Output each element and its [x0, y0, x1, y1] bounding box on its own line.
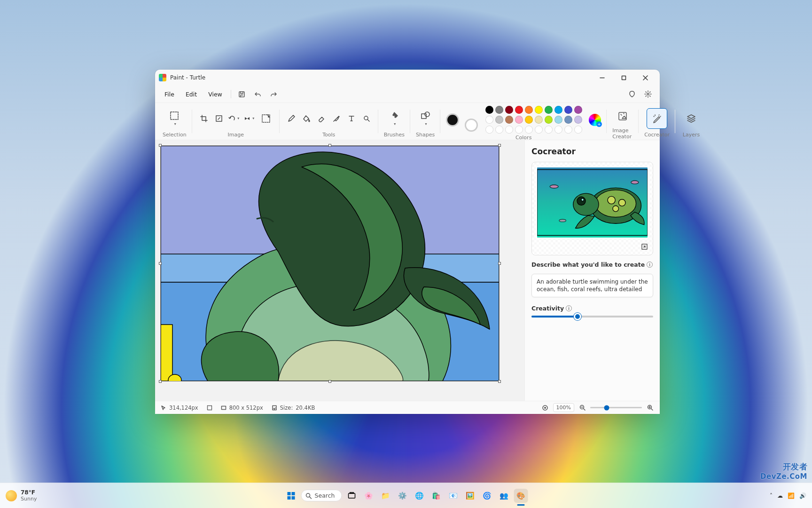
color-swatch[interactable] — [554, 116, 562, 124]
color-swatch[interactable] — [535, 106, 543, 114]
info-icon[interactable]: i — [647, 262, 653, 268]
group-image-creator-label: Image Creator — [612, 127, 633, 140]
pencil-tool[interactable] — [285, 113, 297, 124]
explorer-icon[interactable]: 📁 — [378, 489, 392, 503]
color-swatch[interactable] — [505, 116, 513, 124]
titlebar[interactable]: Paint - Turtle — [155, 70, 660, 86]
color-swatch-empty[interactable] — [525, 126, 533, 134]
canvas[interactable] — [161, 146, 499, 381]
magnifier-tool[interactable] — [360, 113, 373, 124]
settings-icon[interactable] — [641, 87, 655, 101]
color-swatch-empty[interactable] — [535, 126, 543, 134]
color-swatch[interactable] — [505, 106, 513, 114]
group-cocreator: Cocreator — [639, 103, 675, 140]
settings-icon[interactable]: ⚙️ — [395, 489, 409, 503]
color-swatch[interactable] — [485, 106, 493, 114]
color-swatch[interactable] — [525, 116, 533, 124]
tray-volume-icon[interactable]: 🔊 — [799, 492, 806, 499]
resize-tool[interactable] — [213, 113, 225, 124]
menu-view[interactable]: View — [203, 89, 227, 100]
color-swatch[interactable] — [545, 116, 553, 124]
store-icon[interactable]: 🛍️ — [429, 489, 443, 503]
edge-icon[interactable]: 🌐 — [412, 489, 426, 503]
tray-chevron-icon[interactable]: ˄ — [770, 492, 773, 499]
redo-button[interactable] — [267, 87, 281, 101]
color-swatch[interactable] — [545, 106, 553, 114]
color-swatch[interactable] — [564, 106, 572, 114]
color-swatch-empty[interactable] — [545, 126, 553, 134]
taskbar-weather[interactable]: 78°FSunny — [6, 489, 37, 502]
color-swatch[interactable] — [485, 116, 493, 124]
cocreator-button[interactable] — [647, 108, 667, 129]
photos-icon[interactable]: 🖼️ — [463, 489, 477, 503]
eraser-tool[interactable] — [315, 113, 328, 124]
color-swatch[interactable] — [515, 116, 523, 124]
teams-icon[interactable]: 👥 — [497, 489, 511, 503]
info-icon[interactable]: i — [566, 305, 572, 311]
layers-button[interactable] — [681, 108, 702, 129]
color-swatch[interactable] — [525, 106, 533, 114]
zoom-slider[interactable] — [590, 407, 642, 408]
tray-onedrive-icon[interactable]: ☁ — [777, 492, 783, 499]
zoom-level[interactable]: 100% — [553, 403, 574, 412]
color-swatch-empty[interactable] — [554, 126, 562, 134]
expand-preview-icon[interactable] — [640, 242, 649, 251]
fill-tool[interactable] — [300, 113, 312, 124]
save-button[interactable] — [235, 87, 249, 101]
menu-edit[interactable]: Edit — [181, 89, 202, 100]
undo-button[interactable] — [251, 87, 265, 101]
mail-icon[interactable]: 📧 — [446, 489, 460, 503]
shapes-tool[interactable] — [417, 107, 433, 130]
color-swatch-empty[interactable] — [515, 126, 523, 134]
color-swatch-empty[interactable] — [485, 126, 493, 134]
paint-app-icon — [159, 74, 166, 81]
widgets-icon[interactable]: 🌸 — [361, 489, 375, 503]
brush-tool[interactable] — [386, 107, 402, 130]
edit-colors-button[interactable] — [589, 114, 601, 126]
color-swatch[interactable] — [554, 106, 562, 114]
paint-taskbar-icon[interactable]: 🎨 — [514, 489, 528, 503]
skew-tool[interactable] — [258, 108, 274, 129]
copilot-taskbar-icon[interactable]: 🌀 — [480, 489, 494, 503]
window-minimize-button[interactable] — [591, 70, 613, 86]
crop-tool[interactable] — [198, 113, 210, 124]
svg-rect-35 — [288, 492, 291, 495]
color-swatch[interactable] — [495, 116, 503, 124]
prompt-input[interactable]: An adorable turtle swimming under the oc… — [531, 274, 653, 297]
window-close-button[interactable] — [634, 70, 656, 86]
menu-file[interactable]: File — [160, 89, 179, 100]
color-swatch-empty[interactable] — [495, 126, 503, 134]
picker-tool[interactable] — [330, 113, 343, 124]
color-swatch[interactable] — [495, 106, 503, 114]
taskbar[interactable]: 78°FSunny Search 🌸 📁 ⚙️ 🌐 🛍️ 📧 🖼️ 🌀 👥 🎨 … — [0, 483, 812, 508]
tray-network-icon[interactable]: 📶 — [788, 492, 795, 499]
copilot-icon[interactable] — [625, 87, 639, 101]
color-1[interactable] — [446, 113, 459, 127]
color-swatch-empty[interactable] — [564, 126, 572, 134]
svg-rect-36 — [292, 492, 295, 495]
zoom-in-button[interactable] — [646, 404, 654, 412]
color-swatch-empty[interactable] — [574, 126, 582, 134]
creativity-slider[interactable] — [531, 316, 653, 318]
image-creator-button[interactable] — [612, 106, 633, 127]
select-tool[interactable] — [166, 107, 182, 130]
zoom-out-button[interactable] — [578, 404, 586, 412]
color-swatch[interactable] — [535, 116, 543, 124]
flip-tool[interactable] — [243, 113, 255, 124]
task-view-icon[interactable] — [344, 489, 359, 503]
color-swatch-empty[interactable] — [505, 126, 513, 134]
color-swatch[interactable] — [574, 106, 582, 114]
canvas-area[interactable] — [155, 140, 524, 401]
color-2[interactable] — [465, 119, 478, 132]
cocreator-preview-image[interactable] — [536, 166, 649, 239]
start-button[interactable] — [284, 489, 298, 503]
text-tool[interactable] — [345, 113, 358, 124]
color-swatch[interactable] — [574, 116, 582, 124]
rotate-tool[interactable] — [228, 113, 240, 124]
taskbar-search[interactable]: Search — [301, 490, 342, 501]
color-swatch[interactable] — [515, 106, 523, 114]
window-maximize-button[interactable] — [613, 70, 634, 86]
color-swatch[interactable] — [564, 116, 572, 124]
taskbar-tray[interactable]: ˄ ☁ 📶 🔊 — [770, 492, 806, 499]
fit-screen-button[interactable] — [541, 404, 549, 412]
